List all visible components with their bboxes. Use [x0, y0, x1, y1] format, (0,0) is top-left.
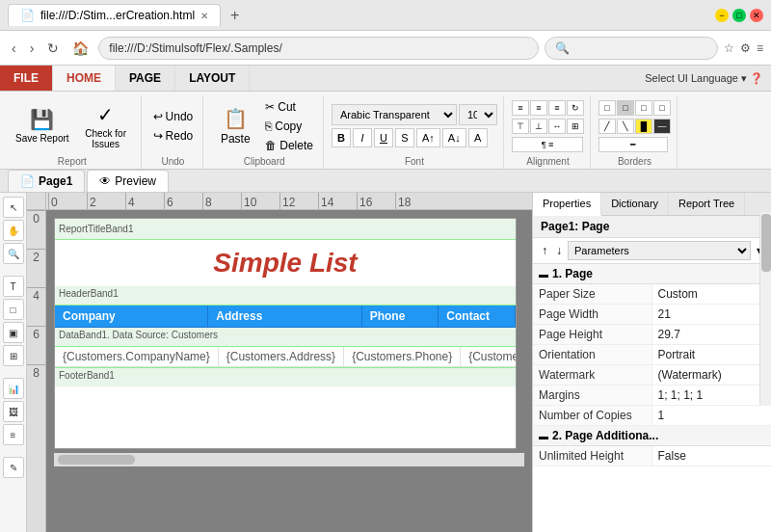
- cursor-tool[interactable]: ↖: [3, 197, 24, 218]
- cut-button[interactable]: ✂ Cut: [261, 98, 317, 116]
- search-input[interactable]: 🔍: [545, 37, 718, 60]
- undo-button[interactable]: ↩ Undo: [149, 108, 198, 125]
- rotate-button[interactable]: ↻: [567, 100, 584, 116]
- tab-home[interactable]: HOME: [53, 66, 116, 91]
- simple-list-title[interactable]: Simple List: [55, 240, 516, 286]
- panel-header: Page1: Page: [533, 216, 771, 238]
- scrollbar-thumb[interactable]: [58, 455, 135, 465]
- ribbon-group-borders: □ □ □ □ ╱ ╲ █ — ━ Borders: [593, 95, 678, 169]
- sort-desc-button[interactable]: ↓: [553, 243, 565, 258]
- underline-button[interactable]: U: [374, 128, 393, 147]
- component-1[interactable]: T: [3, 276, 24, 297]
- maximize-button[interactable]: □: [732, 9, 746, 22]
- col-address: Address: [208, 306, 361, 327]
- minimize-button[interactable]: −: [715, 9, 729, 22]
- tab-close-button[interactable]: ✕: [200, 11, 208, 21]
- align-right-button[interactable]: ≡: [548, 100, 566, 116]
- border-style-1[interactable]: □: [598, 100, 616, 116]
- zoom-tool[interactable]: 🔍: [3, 243, 24, 264]
- main-area: ↖ ✋ 🔍 T □ ▣ ⊞ 📊 🖼 ≡ ✎ 0 2: [0, 193, 771, 532]
- properties-scrollbar[interactable]: [759, 212, 771, 405]
- sort-asc-button[interactable]: ↑: [539, 243, 550, 258]
- save-report-button[interactable]: 💾 Save Report: [10, 105, 75, 146]
- tab-report-tree[interactable]: Report Tree: [669, 193, 745, 215]
- undo-group-label: Undo: [161, 156, 184, 169]
- component-2[interactable]: □: [3, 299, 24, 320]
- tab-properties[interactable]: Properties: [533, 193, 601, 216]
- canvas-wrap: 0 2 4 6 8 10 12 14 16 18 0: [27, 193, 532, 532]
- bold-button[interactable]: B: [332, 128, 351, 147]
- save-icon: 💾: [30, 108, 54, 131]
- back-button[interactable]: ‹: [8, 39, 20, 58]
- strikethrough-button[interactable]: S: [395, 128, 414, 147]
- font-color-button[interactable]: A: [468, 128, 488, 147]
- parameters-select[interactable]: Parameters: [568, 241, 751, 260]
- indent-button[interactable]: ⊞: [567, 119, 584, 134]
- component-4[interactable]: ⊞: [3, 345, 24, 366]
- hand-tool[interactable]: ✋: [3, 220, 24, 241]
- tab-dictionary[interactable]: Dictionary: [601, 193, 669, 215]
- align-left-button[interactable]: ≡: [512, 100, 529, 116]
- properties-panel: Properties Dictionary Report Tree Page1:…: [532, 193, 771, 532]
- align-bottom-button[interactable]: ↔: [548, 119, 566, 134]
- forward-button[interactable]: ›: [26, 39, 39, 58]
- border-color-button[interactable]: —: [653, 119, 671, 134]
- component-3[interactable]: ▣: [3, 322, 24, 343]
- cut-copy-delete: ✂ Cut ⎘ Copy 🗑 Delete: [261, 98, 317, 154]
- ui-language-selector[interactable]: Select UI Language ▾ ❓: [645, 66, 771, 91]
- ribbon-group-alignment: ≡ ≡ ≡ ↻ ⊤ ⊥ ↔ ⊞ ¶ ≡ Alignment: [506, 95, 591, 169]
- horizontal-ruler: 0 2 4 6 8 10 12 14 16 18: [46, 193, 532, 210]
- paste-button[interactable]: 📋 Paste: [211, 104, 259, 148]
- tab-file[interactable]: FILE: [0, 66, 53, 91]
- properties-scrollbar-thumb[interactable]: [761, 214, 771, 272]
- page-tab-preview[interactable]: 👁 Preview: [87, 170, 169, 192]
- horizontal-scrollbar[interactable]: [54, 453, 524, 466]
- bookmark-icon[interactable]: ☆: [724, 41, 734, 55]
- redo-button[interactable]: ↪ Redo: [149, 127, 198, 145]
- border-diagonal-2[interactable]: ╲: [617, 119, 634, 134]
- border-style-4[interactable]: □: [653, 100, 671, 116]
- component-6[interactable]: 🖼: [3, 401, 24, 422]
- font-size-select[interactable]: 10: [459, 104, 497, 125]
- component-5[interactable]: 📊: [3, 378, 24, 399]
- browser-tab[interactable]: 📄 file:///D:/Stim...erCreation.html ✕: [8, 4, 221, 26]
- tab-layout[interactable]: LAYOUT: [175, 66, 250, 91]
- font-size-inc-button[interactable]: A↑: [416, 128, 440, 147]
- delete-button[interactable]: 🗑 Delete: [261, 137, 317, 154]
- component-7[interactable]: ≡: [3, 424, 24, 445]
- v-mark-6: 6: [27, 326, 45, 364]
- italic-button[interactable]: I: [353, 128, 372, 147]
- page-tab-page1[interactable]: 📄 Page1: [8, 170, 85, 192]
- url-input[interactable]: file:///D:/Stimulsoft/Flex/.Samples/: [98, 37, 539, 60]
- border-thickness-button[interactable]: ━: [598, 137, 668, 152]
- font-family-select[interactable]: Arabic Transparent: [332, 104, 457, 125]
- border-style-2[interactable]: □: [617, 100, 634, 116]
- fill-color-button[interactable]: █: [635, 119, 652, 134]
- ruler-mark-16: 16: [357, 193, 395, 209]
- border-diagonal-1[interactable]: ╱: [598, 119, 616, 134]
- close-button[interactable]: ✕: [750, 9, 763, 22]
- section2-expand-icon[interactable]: ▬: [539, 431, 548, 441]
- canvas-main-area: 0 2 4 6 8 ReportTitleBand1 Simple List H…: [27, 210, 532, 532]
- menu-icon[interactable]: ≡: [757, 41, 763, 55]
- canvas-scroll[interactable]: ReportTitleBand1 Simple List HeaderBand1…: [46, 210, 532, 532]
- tab-page[interactable]: PAGE: [116, 66, 175, 91]
- component-8[interactable]: ✎: [3, 457, 24, 478]
- section-expand-icon[interactable]: ▬: [539, 269, 548, 279]
- home-button[interactable]: 🏠: [68, 39, 93, 58]
- copy-button[interactable]: ⎘ Copy: [261, 118, 317, 135]
- font-size-dec-button[interactable]: A↓: [442, 128, 466, 147]
- ruler-mark-0: 0: [48, 193, 87, 209]
- align-center-button[interactable]: ≡: [530, 100, 547, 116]
- check-issues-button[interactable]: ✓ Check for Issues: [77, 100, 135, 152]
- border-style-3[interactable]: □: [635, 100, 652, 116]
- extensions-icon[interactable]: ⚙: [740, 41, 751, 55]
- align-middle-button[interactable]: ⊥: [530, 119, 547, 134]
- align-top-button[interactable]: ⊤: [512, 119, 529, 134]
- refresh-button[interactable]: ↻: [43, 39, 63, 58]
- paragraph-button[interactable]: ¶ ≡: [512, 137, 583, 152]
- prop-margins: Margins 1; 1; 1; 1: [533, 386, 771, 406]
- data-phone: {Customers.Phone}: [344, 347, 461, 366]
- new-tab-button[interactable]: +: [225, 5, 245, 26]
- prop-orientation: Orientation Portrait: [533, 345, 771, 365]
